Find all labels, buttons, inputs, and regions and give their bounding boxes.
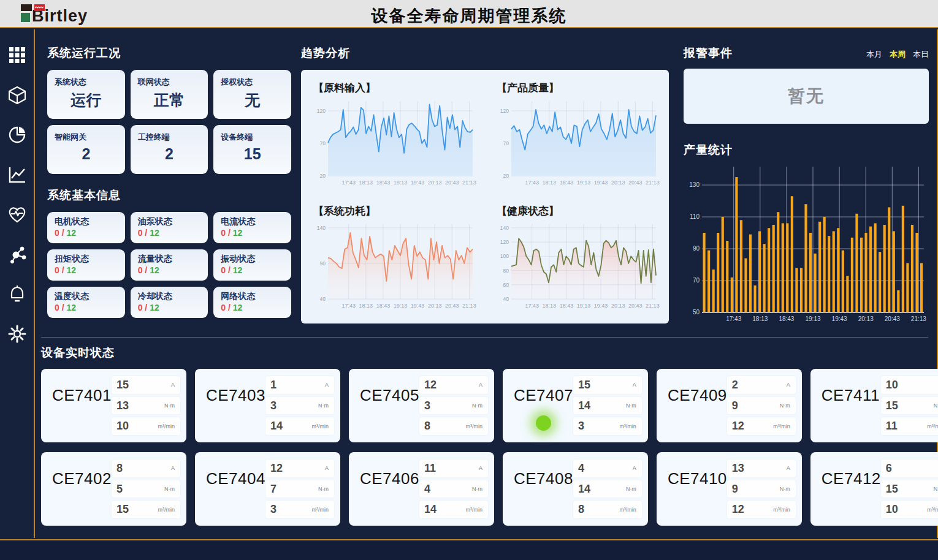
info-card: 温度状态 0 / 12 [47, 287, 125, 318]
panel-system-status: 系统运行工况 系统状态 运行 联网状态 正常 授权状态 无 [47, 45, 291, 318]
count-separator: / [228, 303, 231, 312]
info-card-count: 0 / 12 [221, 303, 284, 312]
svg-text:18:13: 18:13 [752, 316, 768, 322]
count-separator: / [62, 228, 64, 238]
metric-unit: A [479, 465, 482, 471]
metric-unit: m³/min [158, 423, 175, 429]
metric-unit: N·m [318, 486, 329, 492]
total-count: 12 [150, 303, 159, 312]
svg-text:21:13: 21:13 [646, 303, 660, 309]
health-line-chart: 17:4318:1318:4319:1319:4320:1320:4321:13… [494, 219, 661, 311]
device-metric-current: 11 A [419, 460, 488, 477]
svg-text:40: 40 [320, 296, 326, 302]
device-metric-flow: 8 m³/min [573, 501, 642, 518]
svg-text:20:13: 20:13 [611, 180, 625, 186]
metric-value: 12 [270, 462, 283, 475]
health-pulse-icon[interactable] [7, 205, 27, 224]
device-metric-current: 13 A [727, 460, 796, 477]
device-name: CE7412 [822, 469, 881, 518]
info-card: 冷却状态 0 / 12 [131, 287, 208, 318]
device-metric-flow: 11 m³/min [881, 417, 938, 435]
metric-value: 14 [270, 420, 283, 433]
device-metrics: 10 A 15 N·m 11 m³/min [881, 376, 938, 435]
metric-value: 11 [424, 462, 436, 475]
alarm-period-tab[interactable]: 本月 [866, 49, 882, 60]
info-card: 电流状态 0 / 12 [213, 212, 291, 243]
status-card: 智能网关 2 [47, 125, 125, 174]
metric-value: 15 [886, 483, 898, 496]
total-count: 12 [66, 228, 76, 238]
info-card: 流量状态 0 / 12 [131, 249, 208, 281]
device-card[interactable]: CE7402 8 A 5 N·m 15 m³/min [41, 452, 186, 526]
sidebar-nav [0, 29, 35, 538]
svg-text:18:43: 18:43 [560, 180, 574, 186]
status-card-label: 联网状态 [138, 77, 201, 88]
svg-text:20: 20 [503, 173, 509, 179]
device-metric-flow: 10 m³/min [112, 417, 180, 435]
device-card[interactable]: CE7410 13 A 9 N·m 12 m³/min [657, 452, 802, 526]
metric-value: 12 [732, 503, 744, 516]
status-card-label: 系统状态 [55, 77, 118, 88]
device-metric-flow: 10 m³/min [881, 501, 938, 518]
metric-value: 14 [578, 483, 590, 496]
gear-settings-icon[interactable] [7, 324, 27, 344]
chart-product-quality: 【产品质量】 17:4318:1318:4319:1319:4320:1320:… [490, 77, 663, 194]
device-card[interactable]: CE7405 12 A 3 N·m 8 m³/min [349, 369, 494, 442]
svg-text:19:43: 19:43 [594, 180, 608, 186]
device-metric-torque: 15 N·m [881, 397, 938, 415]
metric-value: 14 [578, 399, 590, 412]
total-count: 12 [233, 265, 243, 275]
metric-unit: N·m [780, 403, 790, 409]
svg-text:18:13: 18:13 [543, 180, 557, 186]
molecule-network-icon[interactable] [7, 244, 27, 264]
device-card[interactable]: CE7409 2 A 9 N·m 12 m³/min [657, 369, 802, 442]
grid-menu-icon[interactable] [7, 45, 27, 65]
panel-trend: 趋势分析 【原料输入】 17:4318:1318:4319:1319:4320:… [301, 45, 669, 324]
device-card[interactable]: CE7407 15 A 14 N·m 3 m³/min [503, 369, 648, 442]
alarm-period-tab[interactable]: 本周 [890, 49, 906, 60]
metric-unit: m³/min [311, 507, 329, 513]
count-separator: / [145, 265, 147, 275]
device-card[interactable]: CE7412 6 A 15 N·m 10 m³/min [810, 452, 938, 526]
trend-title: 趋势分析 [301, 45, 669, 61]
device-card[interactable]: CE7406 11 A 4 N·m 14 m³/min [349, 452, 494, 526]
svg-text:50: 50 [693, 309, 700, 316]
device-card[interactable]: CE7411 10 A 15 N·m 11 m³/min [810, 369, 938, 442]
info-card-label: 网络状态 [221, 291, 284, 302]
device-card[interactable]: CE7403 1 A 3 N·m 14 m³/min [195, 369, 340, 442]
svg-text:18:43: 18:43 [376, 180, 391, 186]
line-chart-icon[interactable] [7, 165, 27, 184]
metric-value: 2 [732, 379, 738, 392]
info-card-count: 0 / 12 [55, 303, 118, 312]
metric-value: 15 [116, 503, 129, 516]
device-metric-torque: 3 N·m [419, 397, 488, 415]
status-card-value: 15 [221, 145, 284, 163]
pie-chart-icon[interactable] [7, 125, 27, 145]
chart-power-title: 【系统功耗】 [313, 204, 479, 218]
system-info-grid: 电机状态 0 / 12 油泵状态 0 / 12 [47, 212, 291, 318]
device-metric-current: 10 A [881, 376, 938, 394]
device-metrics: 15 A 13 N·m 10 m³/min [112, 376, 180, 435]
device-card[interactable]: CE7404 12 A 7 N·m 3 m³/min [195, 452, 340, 526]
svg-text:19:43: 19:43 [411, 303, 425, 309]
device-metrics: 6 A 15 N·m 10 m³/min [881, 460, 938, 518]
svg-text:18:13: 18:13 [359, 303, 373, 309]
svg-text:120: 120 [500, 108, 509, 114]
bell-alarm-icon[interactable] [7, 284, 27, 304]
metric-value: 4 [424, 483, 430, 496]
metric-value: 7 [270, 483, 276, 496]
cube-3d-icon[interactable] [7, 85, 27, 105]
svg-text:70: 70 [693, 277, 700, 284]
total-count: 12 [233, 228, 243, 238]
metric-unit: m³/min [927, 507, 938, 513]
device-metric-current: 1 A [265, 376, 334, 394]
alarm-empty-card: 暂无 [684, 69, 929, 124]
device-card[interactable]: CE7408 4 A 14 N·m 8 m³/min [503, 452, 648, 526]
svg-text:18:13: 18:13 [543, 303, 557, 309]
metric-unit: A [325, 382, 329, 388]
metric-value: 9 [732, 483, 738, 496]
alarm-period-tab[interactable]: 本日 [913, 49, 929, 60]
device-card[interactable]: CE7401 15 A 13 N·m 10 m³/min [41, 369, 186, 442]
svg-text:20:13: 20:13 [428, 180, 442, 186]
count-separator: / [62, 265, 64, 275]
